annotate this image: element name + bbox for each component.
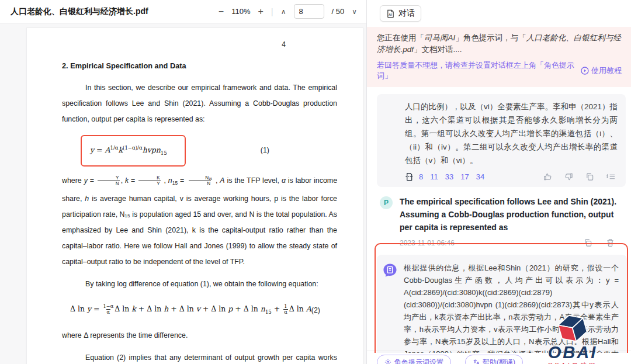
ai-assistant-avatar [383,263,397,278]
equation-2: Δ ln y = 1−ααΔ ln k + Δ ln h + Δ ln v + … [70,304,311,313]
notice-text: 您正在使用「司马阅AI」角色提示词，与「人口老龄化、白银红利与经济增长.pdf」… [377,32,622,56]
citation-page-link[interactable]: 17 [460,172,469,181]
trash-icon[interactable] [606,238,615,247]
user-message-actions [584,238,620,247]
pdf-paragraph-5: Equation (2) implies that any determinan… [62,350,337,364]
watermark-subtitle: OBAI导航网 [513,362,631,364]
notice-hint-row: 若回答质量不理想，请检查并设置对话框左上角「角色提示词」 使用教程 [377,60,622,81]
role-prompt-notice: 您正在使用「司马阅AI」角色提示词，与「人口老龄化、白银红利与经济增长.pdf」… [367,27,631,87]
pdf-paragraph-4: where Δ represents the time difference. [62,328,337,344]
zoom-out-button[interactable]: − [219,7,224,16]
citation-page-link[interactable]: 11 [430,172,438,181]
equation-1-label: (1) [261,143,269,158]
section-heading: 2. Empirical Specification and Data [62,58,337,74]
page-total-label: / 50 [332,7,345,16]
pdf-file-title: 人口老龄化、白银红利与经济增长.pdf [11,6,148,17]
quote-sources-icon[interactable] [606,172,615,181]
assistant-message-text: 人口的比例），以及（vi）全要素生产率。李和申（2021）指出，这六个渠道可以根… [385,100,618,167]
citation-numbers: 811331734 [419,171,491,182]
user-message-meta: 2023-11-01 06:46 [400,238,620,247]
pdf-paragraph-1: In this section, we describe our empiric… [62,80,337,127]
chat-header: AI 对话 [367,0,631,27]
pdf-paragraph-3: By taking log difference of equation (1)… [62,276,337,292]
equation-1-highlight-box: y = A1/αk(1−α)/αhvpn15 [81,135,186,167]
chat-tab-button[interactable]: AI 对话 [380,5,421,22]
user-avatar: P [380,196,393,209]
copy-icon[interactable] [584,238,592,247]
page-up-button[interactable]: ∧ [281,8,286,15]
page-number-input[interactable] [294,4,324,19]
play-circle-icon [581,67,589,75]
pdf-paragraph-2: where y = YN, k = KY , n15 = N₁₅N , A is… [62,173,337,270]
equation-1-row: y = A1/αk(1−α)/αhvpn15 (1) [62,135,337,167]
svg-text:AI: AI [389,13,392,16]
gear-icon [384,359,391,364]
copy-icon[interactable] [585,172,594,181]
pdf-toolbar-controls: − 110% + | ∧ / 50 ∨ [219,4,357,19]
equation-2-label: (2) [311,303,320,318]
watermark-brand-text: OBAI [513,345,631,360]
zoom-in-button[interactable]: + [258,7,263,16]
citation-page-link[interactable]: 33 [445,172,453,181]
equation-1: y = A1/αk(1−α)/αhvpn15 [90,145,167,154]
message-actions [543,172,618,181]
role-prompt-settings-button[interactable]: 角色提示词设置 [377,355,451,364]
chat-panel: AI 对话 您正在使用「司马阅AI」角色提示词，与「人口老龄化、白银红利与经济增… [367,0,631,364]
document-ai-icon: AI [386,9,395,18]
thumbs-up-icon[interactable] [543,172,552,181]
cube-logo-icon [554,313,591,344]
citation-page-link[interactable]: 34 [476,172,484,181]
pdf-viewer-panel: 人口老龄化、白银红利与经济增长.pdf − 110% + | ∧ / 50 ∨ … [0,0,366,364]
chat-tab-label: 对话 [398,8,415,19]
pdf-viewport[interactable]: 4 2. Empirical Specification and Data In… [0,23,366,364]
notice-hint: 若回答质量不理想，请检查并设置对话框左上角「角色提示词」 [377,60,581,81]
message-timestamp: 2023-11-01 06:46 [400,239,455,247]
translate-icon [473,359,480,364]
zoom-level-value: 110% [231,7,250,16]
pdf-page-number: 4 [62,40,337,49]
app-window: 人口老龄化、白银红利与经济增长.pdf − 110% + | ∧ / 50 ∨ … [0,0,631,364]
pdf-paragraph-2-rest: average human capital, v is average work… [62,195,337,266]
citation-row: 811331734 [385,171,618,182]
toolbar-divider: | [271,6,273,16]
citation-page-link[interactable]: 8 [419,172,423,181]
role-name: 司马阅AI [424,33,455,42]
equation-2-row: Δ ln y = 1−ααΔ ln k + Δ ln h + Δ ln v + … [62,300,337,321]
pdf-page: 4 2. Empirical Specification and Data In… [26,27,363,364]
assistant-message: 人口的比例），以及（vi）全要素生产率。李和申（2021）指出，这六个渠道可以根… [377,94,626,187]
user-message: P The empirical specification follows Le… [377,195,626,247]
source-pages-icon [405,172,414,181]
equation-2-wrap: Δ ln y = 1−ααΔ ln k + Δ ln h + Δ ln v + … [70,300,311,321]
page-down-button[interactable]: ∨ [352,8,357,15]
watermark-logo: OBAI OBAI导航网 [513,313,631,364]
user-message-text: The empirical specification follows Lee … [400,195,620,234]
tutorial-link[interactable]: 使用教程 [581,65,622,76]
pdf-toolbar: 人口老龄化、白银红利与经济增长.pdf − 110% + | ∧ / 50 ∨ [0,0,366,23]
thumbs-down-icon[interactable] [564,172,573,181]
